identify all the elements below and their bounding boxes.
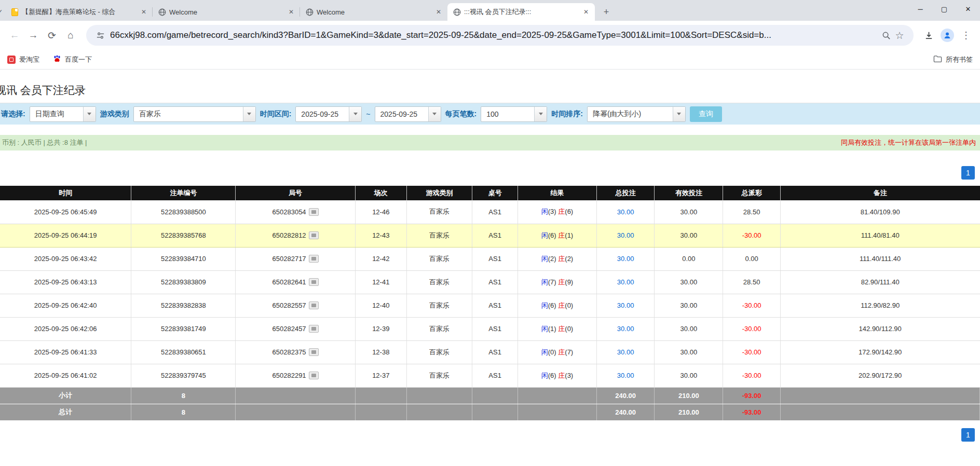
new-tab-button[interactable]: +	[599, 5, 614, 19]
header-result: 结果	[518, 186, 597, 200]
round-replay-icon[interactable]	[309, 208, 319, 216]
chevron-down-icon	[673, 107, 685, 121]
banker-result: 庄	[558, 301, 565, 309]
player-result: 闲	[541, 255, 548, 263]
page-size-select[interactable]: 100	[481, 106, 547, 122]
total-bet-link[interactable]: 30.00	[617, 278, 634, 286]
header-table-no: 桌号	[472, 186, 518, 200]
chevron-down-icon	[534, 107, 547, 121]
cell-table-no: AS1	[472, 247, 518, 270]
profile-avatar-icon[interactable]	[941, 29, 954, 42]
currency-summary: 币别 : 人民币 | 总共 :8 注单 |	[2, 138, 87, 147]
tab-welcome-1[interactable]: Welcome ✕	[153, 3, 300, 21]
cell-game-category: 百家乐	[406, 270, 472, 294]
header-time: 时间	[0, 186, 131, 200]
address-bar[interactable]: 66cxkj98.com/game/betrecord_search/kind3…	[86, 25, 914, 46]
bookmark-baidu[interactable]: 百度一下	[53, 54, 92, 64]
round-replay-icon[interactable]	[309, 325, 319, 333]
window-close-button[interactable]: ✕	[956, 0, 980, 18]
chevron-down-icon	[243, 107, 255, 121]
round-replay-icon[interactable]	[309, 348, 319, 356]
cell-result: 闲(3) 庄(6)	[518, 200, 597, 224]
player-result: 闲	[541, 278, 548, 286]
game-category-select[interactable]: 百家乐	[133, 106, 256, 122]
cell-valid-bet: 30.00	[655, 340, 723, 364]
globe-icon	[305, 8, 314, 16]
header-total-bet: 总投注	[596, 186, 654, 200]
table-row: 2025-09-25 06:43:13 522839383809 6502826…	[0, 270, 980, 294]
all-bookmarks[interactable]: 所有书签	[933, 55, 973, 64]
partial-tab-sliver[interactable]: ✓	[0, 3, 5, 21]
tab-bet-records-active[interactable]: :::视讯 会员下注纪录::: ✕	[447, 3, 595, 21]
table-row: 2025-09-25 06:42:40 522839382838 6502825…	[0, 294, 980, 317]
banker-result: 庄	[558, 348, 565, 356]
round-replay-icon[interactable]	[309, 231, 319, 239]
cell-session: 12-42	[355, 247, 406, 270]
toolbar-right: ⋮	[920, 26, 975, 44]
tab-welcome-2[interactable]: Welcome ✕	[300, 3, 447, 21]
total-bet-link[interactable]: 30.00	[617, 325, 634, 333]
home-icon[interactable]: ⌂	[61, 26, 80, 45]
player-count: (6)	[548, 301, 556, 309]
cell-total-bet: 30.00	[596, 270, 654, 294]
tab-close-icon[interactable]: ✕	[434, 7, 443, 17]
bookmark-star-icon[interactable]: ☆	[893, 30, 906, 42]
cell-total-bet: 30.00	[596, 340, 654, 364]
total-bet-link[interactable]: 30.00	[617, 255, 634, 263]
cell-valid-bet: 0.00	[655, 247, 723, 270]
cell-game-category: 百家乐	[406, 200, 472, 224]
tab-close-icon[interactable]: ✕	[139, 7, 148, 17]
total-bet-link[interactable]: 30.00	[617, 231, 634, 239]
round-replay-icon[interactable]	[309, 301, 319, 309]
round-replay-icon[interactable]	[309, 278, 319, 286]
round-id-text: 650282717	[273, 255, 306, 263]
time-range-label: 时间区间:	[260, 109, 292, 119]
header-game-category: 游戏类别	[406, 186, 472, 200]
summary-count: 8	[131, 404, 236, 420]
search-button[interactable]: 查询	[690, 106, 722, 122]
round-replay-icon[interactable]	[309, 372, 319, 379]
tab-forum[interactable]: 【新提醒】海燕策略论坛 - 综合 ✕	[5, 3, 153, 21]
sort-select[interactable]: 降幂(由大到小)	[587, 106, 686, 122]
cell-round-id: 650282812	[236, 224, 355, 247]
window-maximize-button[interactable]: ▢	[932, 0, 956, 18]
cell-valid-bet: 30.00	[655, 317, 723, 340]
header-bet-id: 注单编号	[131, 186, 236, 200]
cell-remark: 142.90/112.90	[780, 317, 979, 340]
site-settings-icon[interactable]	[93, 31, 107, 40]
download-icon[interactable]	[920, 26, 937, 44]
bookmark-aitaobao[interactable]: 爱淘宝	[7, 55, 39, 64]
total-bet-link[interactable]: 30.00	[617, 301, 634, 309]
query-type-select[interactable]: 日期查询	[30, 106, 96, 122]
summary-empty	[236, 404, 355, 420]
date-end-select[interactable]: 2025-09-25	[375, 106, 441, 122]
window-minimize-button[interactable]: ─	[908, 0, 932, 18]
page-content: 视讯 会员下注纪录 请选择: 日期查询 游戏类别 百家乐 时间区间: 2025-…	[0, 70, 980, 466]
tab-title: Welcome	[169, 8, 283, 16]
back-icon[interactable]: ←	[5, 26, 24, 45]
url-text[interactable]: 66cxkj98.com/game/betrecord_search/kind3…	[110, 30, 879, 40]
summary-total-bet: 240.00	[596, 387, 654, 404]
round-replay-icon[interactable]	[309, 255, 319, 263]
summary-empty	[518, 404, 597, 420]
menu-dots-icon[interactable]: ⋮	[957, 26, 975, 44]
date-end-value: 2025-09-25	[375, 110, 428, 118]
cell-bet-id: 522839381749	[131, 317, 236, 340]
banker-count: (6)	[565, 208, 573, 215]
page-1-button[interactable]: 1	[961, 166, 975, 180]
total-bet-link[interactable]: 30.00	[617, 208, 634, 216]
forward-icon[interactable]: →	[24, 26, 43, 45]
baidu-paw-icon	[53, 54, 61, 64]
cell-game-category: 百家乐	[406, 224, 472, 247]
page-1-button[interactable]: 1	[961, 428, 975, 442]
cell-remark: 111.40/81.40	[780, 224, 979, 247]
sort-value: 降幂(由大到小)	[588, 109, 673, 119]
tab-close-icon[interactable]: ✕	[581, 7, 591, 17]
reload-icon[interactable]: ⟳	[43, 26, 61, 45]
total-bet-link[interactable]: 30.00	[617, 348, 634, 356]
total-bet-link[interactable]: 30.00	[617, 372, 634, 379]
cell-valid-bet: 30.00	[655, 294, 723, 317]
zoom-icon[interactable]	[879, 31, 893, 40]
date-start-select[interactable]: 2025-09-25	[295, 106, 362, 122]
tab-close-icon[interactable]: ✕	[287, 7, 296, 17]
